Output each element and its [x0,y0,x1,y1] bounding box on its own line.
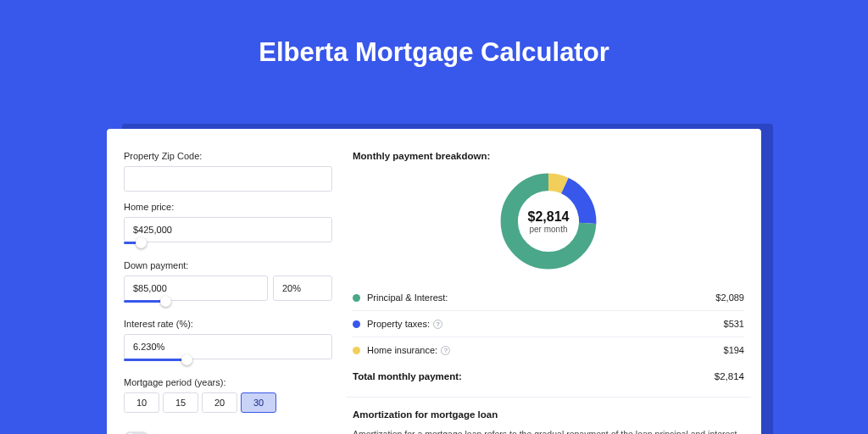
zip-input[interactable] [124,166,332,192]
slider-thumb-icon[interactable] [136,237,147,248]
period-option-20[interactable]: 20 [202,392,237,413]
legend-label: Home insurance:? [367,345,724,355]
help-icon[interactable]: ? [441,346,450,355]
page-title: Elberta Mortgage Calculator [0,0,868,88]
down-payment-input[interactable] [124,275,268,301]
total-label: Total monthly payment: [353,371,715,381]
divider [346,397,751,398]
legend-dot-icon [353,294,360,302]
down-payment-slider[interactable] [124,300,332,309]
legend-value: $2,089 [715,292,744,303]
rate-label: Interest rate (%): [124,319,332,329]
home-price-input[interactable] [124,217,332,242]
breakdown-legend: Principal & Interest:$2,089Property taxe… [353,285,744,363]
period-option-10[interactable]: 10 [124,392,159,413]
legend-dot-icon [353,347,360,354]
down-payment-label: Down payment: [124,260,332,270]
legend-row: Principal & Interest:$2,089 [353,285,744,311]
total-row: Total monthly payment: $2,814 [353,363,744,387]
legend-value: $194 [724,345,744,355]
down-payment-pct-input[interactable] [273,275,332,301]
rate-slider[interactable] [124,359,332,367]
inputs-column: Property Zip Code: Home price: Down paym… [124,151,332,434]
rate-input[interactable] [124,334,332,359]
slider-thumb-icon[interactable] [160,296,171,307]
total-value: $2,814 [715,371,744,381]
breakdown-title: Monthly payment breakdown: [353,151,744,161]
help-icon[interactable]: ? [433,320,442,329]
zip-label: Property Zip Code: [124,151,332,161]
slider-thumb-icon[interactable] [181,354,192,365]
period-option-30[interactable]: 30 [241,392,276,413]
legend-dot-icon [353,320,360,328]
legend-value: $531 [724,319,744,329]
period-options: 10152030 [124,392,332,413]
payment-donut-chart: $2,814 per month [497,170,600,273]
legend-label: Principal & Interest: [367,292,715,303]
amortization-title: Amortization for mortgage loan [353,409,744,420]
period-option-15[interactable]: 15 [163,392,198,413]
home-price-label: Home price: [124,202,332,212]
amortization-text: Amortization for a mortgage loan refers … [353,428,744,434]
legend-row: Home insurance:?$194 [353,337,744,363]
donut-center-amount: $2,814 [528,209,570,225]
legend-label: Property taxes:? [367,319,724,329]
legend-row: Property taxes:?$531 [353,311,744,337]
calculator-card: Property Zip Code: Home price: Down paym… [107,129,761,434]
donut-center-sub: per month [528,225,570,234]
period-label: Mortgage period (years): [124,377,332,387]
home-price-slider[interactable] [124,242,332,250]
breakdown-column: Monthly payment breakdown: $2,814 per mo… [353,151,744,434]
